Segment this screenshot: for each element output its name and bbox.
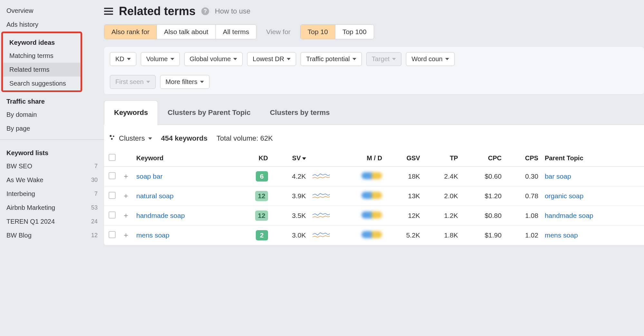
tab-top-10[interactable]: Top 10 <box>301 25 335 39</box>
sort-desc-icon <box>302 157 306 160</box>
sidebar-item-related-terms[interactable]: Related terms <box>3 63 81 77</box>
tab-top-100[interactable]: Top 100 <box>335 25 374 39</box>
sidebar-item-overview[interactable]: Overview <box>0 4 104 18</box>
row-checkbox[interactable] <box>109 231 116 238</box>
col-kd[interactable]: KD <box>235 150 271 167</box>
col-cps[interactable]: CPS <box>505 150 542 167</box>
trend-sparkline <box>309 186 335 206</box>
filter-kd[interactable]: KD <box>110 52 136 66</box>
sidebar-item-matching-terms[interactable]: Matching terms <box>3 49 81 63</box>
keyword-link[interactable]: natural soap <box>136 192 174 200</box>
sv-value: 3.9K <box>271 186 309 206</box>
chevron-down-icon <box>170 58 174 60</box>
sidebar-list-item-count: 30 <box>91 177 98 183</box>
chevron-down-icon <box>392 58 396 60</box>
table-row: +soap bar64.2K18K2.4K$0.600.30bar soap <box>104 167 644 186</box>
parent-topic-link[interactable]: organic soap <box>545 192 583 200</box>
select-all-checkbox[interactable] <box>109 154 116 161</box>
section-tab-keywords[interactable]: Keywords <box>104 100 158 125</box>
trend-sparkline <box>309 167 335 186</box>
add-icon[interactable]: + <box>122 173 130 180</box>
sidebar-item-ads-history[interactable]: Ads history <box>0 18 104 32</box>
tab-also-rank-for[interactable]: Also rank for <box>104 25 157 39</box>
viewfor-label: View for <box>264 28 292 36</box>
sidebar-item-by-domain[interactable]: By domain <box>0 108 104 122</box>
filter-target: Target <box>366 52 402 66</box>
col-keyword[interactable]: Keyword <box>133 150 235 167</box>
chevron-down-icon <box>146 81 150 83</box>
table-row: +handmade soap123.5K12K1.2K$0.801.08hand… <box>104 206 644 226</box>
tp-value: 2.4K <box>423 167 461 186</box>
menu-toggle-icon[interactable] <box>104 8 113 15</box>
col-tp[interactable]: TP <box>423 150 461 167</box>
tp-value: 2.0K <box>423 186 461 206</box>
parent-topic-link[interactable]: bar soap <box>545 173 571 180</box>
section-tab-clusters-parent[interactable]: Clusters by Parent Topic <box>158 100 260 125</box>
sidebar-list-item-label: TEREN Q1 2024 <box>6 218 55 225</box>
keyword-link[interactable]: handmade soap <box>136 212 185 219</box>
sidebar-list-item-count: 7 <box>94 191 98 197</box>
filter-label: Volume <box>146 55 168 63</box>
filter-bar: KDVolumeGlobal volumeLowest DRTraffic po… <box>104 47 644 94</box>
filter-lowest-dr[interactable]: Lowest DR <box>247 52 296 66</box>
col-parent-topic[interactable]: Parent Topic <box>542 150 644 167</box>
chevron-down-icon <box>148 137 152 140</box>
keyword-link[interactable]: soap bar <box>136 173 163 180</box>
sidebar-list-item[interactable]: TEREN Q1 202424 <box>0 215 104 229</box>
sv-value: 3.0K <box>271 226 309 245</box>
tp-value: 1.8K <box>423 226 461 245</box>
table-row: +natural soap123.9K13K2.0K$1.200.78organ… <box>104 186 644 206</box>
parent-topic-link[interactable]: mens soap <box>545 231 578 239</box>
svg-point-2 <box>111 138 113 140</box>
filter-global-volume[interactable]: Global volume <box>184 52 243 66</box>
sidebar-item-search-suggestions[interactable]: Search suggestions <box>3 77 81 90</box>
section-tab-clusters-terms[interactable]: Clusters by terms <box>260 100 340 125</box>
col-gsv[interactable]: GSV <box>385 150 423 167</box>
sidebar-list-item[interactable]: BW Blog12 <box>0 229 104 242</box>
table-row: +mens soap23.0K5.2K1.8K$1.901.02mens soa… <box>104 226 644 245</box>
filter-traffic-potential[interactable]: Traffic potential <box>301 52 362 66</box>
col-cpc[interactable]: CPC <box>461 150 505 167</box>
sidebar-heading-keyword-ideas: Keyword ideas <box>3 33 81 49</box>
add-icon[interactable]: + <box>122 231 130 239</box>
col-sv[interactable]: SV <box>271 150 309 167</box>
filter-label: KD <box>115 55 124 63</box>
sidebar-list-item-label: BW Blog <box>6 232 32 239</box>
sidebar-list-item-label: As We Wake <box>6 176 43 184</box>
col-md[interactable]: M / D <box>335 150 386 167</box>
sidebar-list-item[interactable]: Airbnb Marketing53 <box>0 201 104 215</box>
add-icon[interactable]: + <box>122 192 130 200</box>
sidebar-list-item[interactable]: Interbeing7 <box>0 187 104 201</box>
sidebar-list-item[interactable]: As We Wake30 <box>0 173 104 187</box>
help-icon[interactable]: ? <box>201 7 209 15</box>
cpc-value: $1.90 <box>461 226 505 245</box>
gsv-value: 12K <box>385 206 423 226</box>
row-checkbox[interactable] <box>109 192 116 199</box>
chevron-down-icon <box>127 58 131 60</box>
sidebar-list-item-count: 12 <box>91 232 98 239</box>
cps-value: 0.30 <box>505 167 542 186</box>
sidebar-list-item-label: BW SEO <box>6 163 32 170</box>
help-link[interactable]: How to use <box>215 7 250 15</box>
kd-badge: 6 <box>256 171 268 182</box>
filter-label: Global volume <box>190 55 231 63</box>
trend-sparkline <box>309 206 335 226</box>
clusters-icon <box>109 134 116 143</box>
tab-also-talk-about[interactable]: Also talk about <box>157 25 216 39</box>
filter-volume[interactable]: Volume <box>141 52 180 66</box>
sidebar-list-item-label: Airbnb Marketing <box>6 204 55 211</box>
chevron-down-icon <box>200 81 204 83</box>
row-checkbox[interactable] <box>109 211 116 219</box>
parent-topic-link[interactable]: handmade soap <box>545 212 593 219</box>
keyword-link[interactable]: mens soap <box>136 231 169 239</box>
add-icon[interactable]: + <box>122 212 130 219</box>
cps-value: 0.78 <box>505 186 542 206</box>
sidebar-item-by-page[interactable]: By page <box>0 122 104 135</box>
row-checkbox[interactable] <box>109 172 116 179</box>
filter-more-filters[interactable]: More filters <box>160 75 209 89</box>
cpc-value: $0.60 <box>461 167 505 186</box>
tab-all-terms[interactable]: All terms <box>216 25 256 39</box>
clusters-dropdown[interactable]: Clusters <box>109 134 152 143</box>
filter-word-coun[interactable]: Word coun <box>406 52 454 66</box>
sidebar-list-item[interactable]: BW SEO7 <box>0 159 104 173</box>
